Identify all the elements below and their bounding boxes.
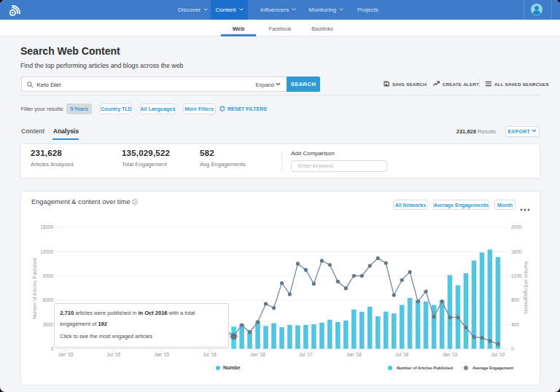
- svg-text:0: 0: [51, 346, 54, 351]
- svg-text:2000: 2000: [511, 224, 522, 230]
- svg-text:Jul '17: Jul '17: [299, 352, 313, 357]
- svg-text:Jul '15: Jul '15: [107, 352, 121, 357]
- svg-text:15000: 15000: [40, 224, 53, 230]
- svg-text:0: 0: [511, 346, 514, 351]
- svg-text:Jul '16: Jul '16: [203, 352, 217, 357]
- svg-text:1600: 1600: [511, 249, 522, 254]
- svg-text:9000: 9000: [43, 273, 54, 278]
- svg-text:12000: 12000: [40, 249, 53, 254]
- svg-text:Number of Engagements: Number of Engagements: [523, 262, 529, 315]
- svg-text:Jul '18: Jul '18: [395, 352, 409, 357]
- svg-text:Jan '15: Jan '15: [58, 352, 74, 357]
- svg-text:400: 400: [511, 322, 519, 327]
- svg-text:3000: 3000: [43, 322, 54, 327]
- svg-text:6000: 6000: [43, 297, 54, 302]
- svg-text:Number of Articles Published: Number of Articles Published: [32, 258, 37, 319]
- svg-text:Jan '15: Jan '15: [154, 352, 169, 357]
- svg-text:Jan '19: Jan '19: [443, 352, 458, 357]
- svg-text:Jan '16: Jan '16: [250, 352, 265, 357]
- svg-text:1200: 1200: [511, 273, 522, 278]
- svg-text:Jul '19: Jul '19: [491, 352, 505, 357]
- svg-text:800: 800: [511, 297, 519, 302]
- svg-text:Jan '18: Jan '18: [346, 352, 362, 357]
